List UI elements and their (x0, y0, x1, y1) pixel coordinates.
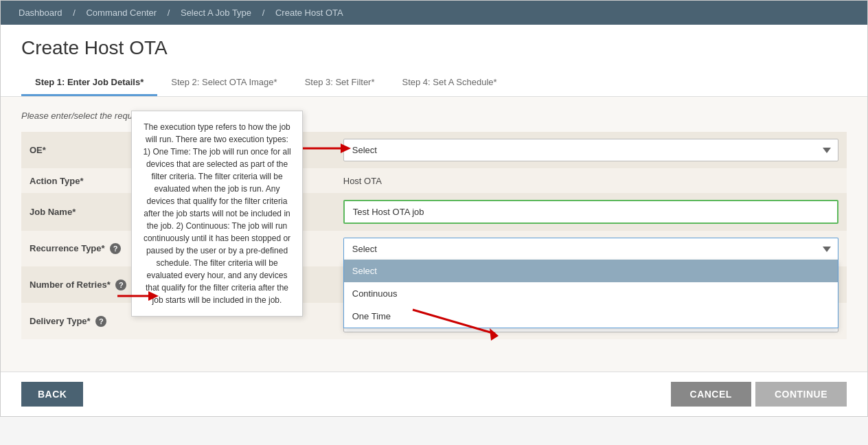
step-1-tab[interactable]: Step 1: Enter Job Details* (21, 70, 157, 96)
job-name-control (335, 193, 847, 231)
recurrence-option-select-item[interactable]: Select (344, 260, 838, 282)
retries-help-icon[interactable]: ? (115, 279, 126, 290)
breadcrumb-dashboard[interactable]: Dashboard (19, 8, 62, 18)
action-type-value: Host OTA (343, 176, 382, 186)
footer-bar: BACK CANCEL CONTINUE (1, 372, 867, 416)
recurrence-help-icon[interactable]: ? (110, 243, 121, 254)
breadcrumb-create-host-ota: Create Host OTA (275, 8, 343, 18)
top-nav: Dashboard / Command Center / Select A Jo… (1, 1, 867, 25)
job-name-input[interactable] (343, 200, 838, 224)
recurrence-control: Select Continuous One Time Select Contin… (335, 231, 847, 266)
oe-control: Select (335, 132, 847, 168)
recurrence-option-continuous-item[interactable]: Continuous (344, 282, 838, 305)
step-3-tab[interactable]: Step 3: Set Filter* (291, 70, 389, 96)
page-title: Create Host OTA (21, 37, 847, 59)
steps-nav: Step 1: Enter Job Details* Step 2: Selec… (21, 70, 847, 96)
cancel-button[interactable]: CANCEL (671, 382, 751, 407)
recurrence-dropdown-wrapper: Select Continuous One Time Select Contin… (343, 238, 838, 260)
recurrence-select[interactable]: Select Continuous One Time (343, 238, 838, 260)
action-type-control: Host OTA (335, 168, 847, 193)
back-button[interactable]: BACK (21, 382, 83, 407)
continue-button[interactable]: CONTINUE (755, 382, 847, 407)
recurrence-option-onetime-item[interactable]: One Time (344, 305, 838, 328)
footer-right: CANCEL CONTINUE (671, 382, 847, 407)
delivery-help-icon[interactable]: ? (95, 316, 106, 327)
main-content: Please enter/select the required (*) fie… (1, 97, 867, 372)
tooltip-box: The execution type refers to how the job… (131, 111, 303, 317)
step-4-tab[interactable]: Step 4: Set A Schedule* (389, 70, 511, 96)
recurrence-dropdown-options: Select Continuous One Time (343, 260, 838, 328)
tooltip-text: The execution type refers to how the job… (143, 122, 290, 305)
step-2-tab[interactable]: Step 2: Select OTA Image* (157, 70, 290, 96)
oe-select[interactable]: Select (343, 139, 838, 161)
breadcrumb-select-job[interactable]: Select A Job Type (181, 8, 251, 18)
page-header: Create Host OTA Step 1: Enter Job Detail… (1, 25, 867, 97)
breadcrumb-command-center[interactable]: Command Center (86, 8, 157, 18)
